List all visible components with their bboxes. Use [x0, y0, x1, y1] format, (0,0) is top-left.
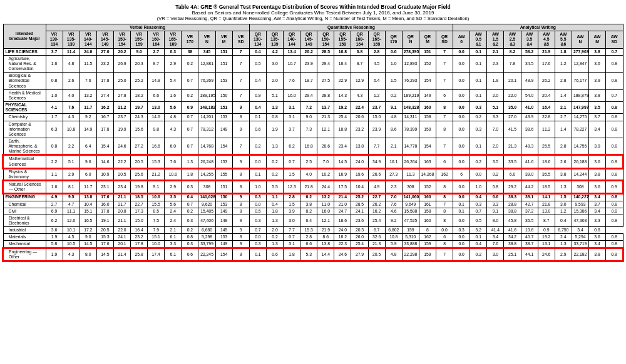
data-cell: 0.9 [249, 89, 266, 101]
data-cell: 13.4 [284, 48, 300, 55]
data-cell: 3.9 [589, 138, 606, 155]
vr145: VR145-149 [96, 31, 113, 48]
data-cell: 38 [182, 48, 198, 55]
data-cell: 3.0 [284, 215, 300, 226]
data-cell: 1.8 [182, 168, 198, 181]
data-cell: 7.6 [487, 241, 504, 248]
data-cell: 2.1 [555, 102, 572, 114]
data-cell: 21.0 [334, 201, 351, 208]
data-cell: 5.6 [165, 201, 182, 208]
qrm: QRM [419, 31, 436, 48]
data-cell: 24.0 [334, 227, 351, 234]
data-cell: 6,750 [555, 227, 572, 234]
data-cell: 0.2 [182, 208, 198, 215]
data-cell: 7 [436, 73, 453, 89]
major-name-cell: Mechanical [3, 241, 46, 248]
data-cell: 0.0 [453, 155, 470, 168]
data-cell: 4.0 [63, 89, 80, 101]
data-cell: 28.6 [317, 138, 334, 155]
data-cell: 19.2 [334, 102, 351, 114]
table-row: Biological & Biomedical Sciences0.82.67.… [3, 73, 623, 89]
data-cell: 21.3 [368, 241, 385, 248]
data-cell: 34.5 [521, 55, 538, 72]
data-cell: 4.3 [351, 89, 368, 101]
data-cell: 25.2 [131, 73, 148, 89]
data-cell: 8 [232, 208, 249, 215]
data-cell: 0.8 [606, 215, 623, 226]
data-cell: 0.8 [606, 121, 623, 138]
data-cell: 2.4 [165, 215, 182, 226]
data-cell: 6.2 [300, 193, 317, 201]
data-cell: 5,294 [572, 234, 588, 241]
data-cell: 41.5 [504, 121, 521, 138]
data-cell: 6.3 [46, 121, 63, 138]
data-cell: 14,244 [572, 168, 588, 181]
data-cell: 45.8 [504, 215, 521, 226]
data-cell: 26,264 [402, 155, 419, 168]
data-cell: 27.0 [504, 114, 521, 121]
data-cell: 20.1 [504, 73, 521, 89]
data-cell: 10.1 [63, 227, 80, 234]
title-block: Table 4A: GRE ® General Test Percentage … [3, 4, 623, 21]
data-cell: 6 [453, 168, 470, 181]
data-cell: 9.0 [131, 48, 148, 55]
vr165: VR165-169 [165, 31, 182, 48]
data-cell: 1.3 [266, 102, 283, 114]
data-cell: 25.5 [538, 138, 555, 155]
data-cell: 22.0 [504, 89, 521, 101]
data-cell: 0.7 [182, 73, 198, 89]
data-cell: 9.2 [80, 114, 96, 121]
data-cell: 2.0 [266, 227, 283, 234]
data-cell: 0.0 [453, 138, 470, 155]
data-cell: 7.7 [284, 227, 300, 234]
data-cell: 40.7 [521, 234, 538, 241]
data-cell: 14,768 [198, 138, 215, 155]
data-cell: 11.4 [63, 48, 80, 55]
data-cell: 3.6 [46, 227, 63, 234]
data-cell: 26.2 [368, 201, 385, 208]
data-cell: 17.8 [96, 121, 113, 138]
data-cell: 0.2 [470, 114, 487, 121]
data-cell: 141,060 [402, 193, 419, 201]
data-cell: 9.6 [80, 155, 96, 168]
data-cell: 1.9 [46, 248, 63, 261]
data-cell: 3.6 [589, 234, 606, 241]
data-cell: 23.2 [131, 234, 148, 241]
data-cell: 0.7 [182, 201, 198, 208]
major-name-cell: ENGINEERING [3, 193, 46, 201]
data-cell: 1.8 [284, 248, 300, 261]
data-cell: 14,311 [402, 114, 419, 121]
data-cell: 19.1 [96, 215, 113, 226]
data-cell: 23.9 [368, 121, 385, 138]
data-cell: 22.9 [334, 73, 351, 89]
data-cell: 2.9 [63, 168, 80, 181]
data-cell: 0.9 [538, 227, 555, 234]
data-cell: 3.3 [487, 201, 504, 208]
data-cell: 16.4 [131, 227, 148, 234]
data-cell: 0.4 [182, 193, 198, 201]
data-cell: 8.2 [300, 208, 317, 215]
data-cell: 58.2 [521, 48, 538, 55]
data-cell: 4.5 [63, 234, 80, 241]
major-name-cell: Agriculture, Natural Res. & Conservation [3, 55, 46, 72]
data-cell: 12,881 [198, 55, 215, 72]
data-cell: 160 [419, 215, 436, 226]
data-cell: 7.0 [317, 155, 334, 168]
data-cell: 28.8 [504, 201, 521, 208]
data-cell: 20.2 [113, 48, 130, 55]
data-cell: 1.5 [385, 73, 402, 89]
data-cell: 25.4 [368, 215, 385, 226]
data-cell: 3.1 [284, 114, 300, 121]
data-cell: 158 [419, 208, 436, 215]
data-cell: 13.8 [317, 241, 334, 248]
data-cell: 43.9 [521, 114, 538, 121]
data-cell: 28.8 [317, 89, 334, 101]
data-cell: 3.4 [589, 193, 606, 201]
data-cell: 9.8 [148, 121, 165, 138]
data-cell: 8 [232, 201, 249, 208]
data-cell: 0.0 [249, 155, 266, 168]
data-cell: 12,893 [402, 55, 419, 72]
data-cell: 0.8 [606, 234, 623, 241]
data-cell: 3.8 [589, 48, 606, 55]
data-cell: 0.0 [453, 73, 470, 89]
